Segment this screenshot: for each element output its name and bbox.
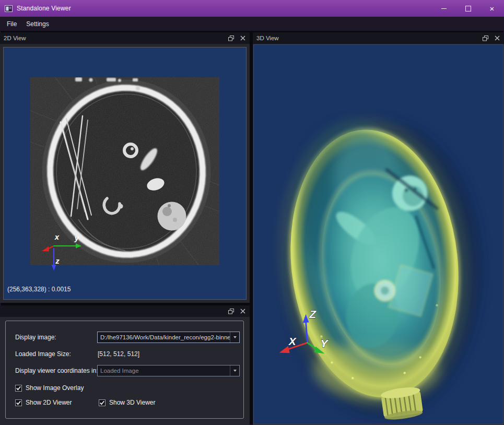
minimize-button[interactable]	[432, 0, 456, 17]
application-window: Standalone Viewer × File Settings 2D Vie…	[0, 0, 504, 425]
dock-3d-title: 3D View	[256, 35, 279, 41]
axis-y-label: Y	[320, 337, 329, 349]
dock-3d-view: 3D View	[253, 32, 504, 425]
chevron-down-icon	[233, 370, 237, 372]
axis-x-label: X	[288, 335, 297, 347]
dock-2d-title: 2D View	[4, 35, 26, 41]
close-icon	[240, 36, 245, 41]
settings-group: Display image: D:/lhe97136/Work/Data/kin…	[5, 321, 244, 419]
checkbox-box	[15, 385, 22, 392]
close-dock-button[interactable]	[494, 34, 501, 42]
combo-dropdown-button[interactable]	[230, 365, 239, 376]
float-icon	[228, 36, 234, 41]
window-controls: ×	[432, 0, 504, 17]
coords-in-value: Loaded Image	[98, 368, 230, 374]
checkbox-box	[15, 399, 22, 406]
dock-2d-body: x y z (256,363,328) : 0.0015	[0, 44, 250, 303]
menu-settings[interactable]: Settings	[21, 18, 53, 30]
dock-2d-titlebar[interactable]: 2D View	[0, 32, 250, 44]
menubar: File Settings	[0, 17, 504, 31]
float-icon	[483, 36, 488, 41]
display-image-combobox[interactable]: D:/lhe97136/Work/Data/kinder_recon/egg2-…	[97, 332, 240, 343]
coords-in-label: Display viewer coordinates in:	[15, 367, 98, 374]
check-icon	[16, 400, 21, 406]
float-button[interactable]	[227, 34, 235, 42]
window-title: Standalone Viewer	[17, 5, 71, 12]
show-2d-viewer-checkbox[interactable]: Show 2D Viewer	[15, 399, 72, 406]
float-button[interactable]	[227, 308, 235, 315]
axis-x-label: x	[54, 232, 60, 241]
dock-3d-body: X Y Z	[253, 44, 504, 425]
volume-rendering: X Y Z	[254, 45, 503, 424]
loaded-size-label: Loaded Image Size:	[15, 350, 71, 358]
dock-2d-view: 2D View	[0, 32, 250, 303]
dock-controls: Display image: D:/lhe97136/Work/Data/kin…	[0, 305, 250, 425]
axis-y-label: y	[74, 233, 79, 242]
close-icon: ×	[490, 5, 495, 13]
axis-z-label: z	[55, 256, 60, 265]
menu-file[interactable]: File	[2, 18, 21, 30]
display-image-value: D:/lhe97136/Work/Data/kinder_recon/egg2-…	[98, 334, 230, 340]
maximize-button[interactable]	[456, 0, 480, 17]
coords-in-combobox[interactable]: Loaded Image	[97, 365, 240, 376]
dock-controls-body: Display image: D:/lhe97136/Work/Data/kin…	[0, 317, 250, 425]
chevron-down-icon	[233, 336, 237, 338]
3d-viewport[interactable]: X Y Z	[253, 44, 503, 424]
dock-controls-titlebar[interactable]	[0, 305, 250, 317]
close-icon	[495, 36, 500, 41]
close-button[interactable]: ×	[480, 0, 504, 17]
combo-dropdown-button[interactable]	[230, 332, 239, 343]
coordinates-readout: (256,363,328) : 0.0015	[7, 286, 71, 293]
show-image-overlay-checkbox[interactable]: Show Image Overlay	[15, 384, 84, 392]
check-icon	[16, 385, 21, 391]
close-dock-button[interactable]	[239, 34, 247, 42]
display-image-label: Display image:	[15, 334, 56, 341]
checkbox-box	[99, 399, 106, 406]
check-icon	[99, 400, 105, 406]
loaded-size-value: [512, 512, 512]	[98, 350, 139, 358]
2d-viewport[interactable]: x y z (256,363,328) : 0.0015	[3, 47, 247, 300]
2d-orientation-axes: x y z	[35, 225, 92, 293]
window-titlebar[interactable]: Standalone Viewer ×	[0, 0, 504, 17]
checkbox-label: Show Image Overlay	[26, 384, 84, 392]
close-dock-button[interactable]	[239, 308, 247, 315]
app-icon	[5, 5, 13, 12]
show-3d-viewer-checkbox[interactable]: Show 3D Viewer	[99, 399, 156, 406]
minimize-icon	[441, 8, 447, 9]
maximize-icon	[465, 6, 471, 11]
dock-3d-titlebar[interactable]: 3D View	[253, 32, 504, 44]
float-button[interactable]	[482, 34, 489, 42]
close-icon	[240, 309, 245, 314]
float-icon	[228, 309, 234, 314]
axis-z-label: Z	[309, 308, 317, 320]
checkbox-label: Show 2D Viewer	[26, 399, 72, 406]
checkbox-label: Show 3D Viewer	[109, 399, 156, 406]
